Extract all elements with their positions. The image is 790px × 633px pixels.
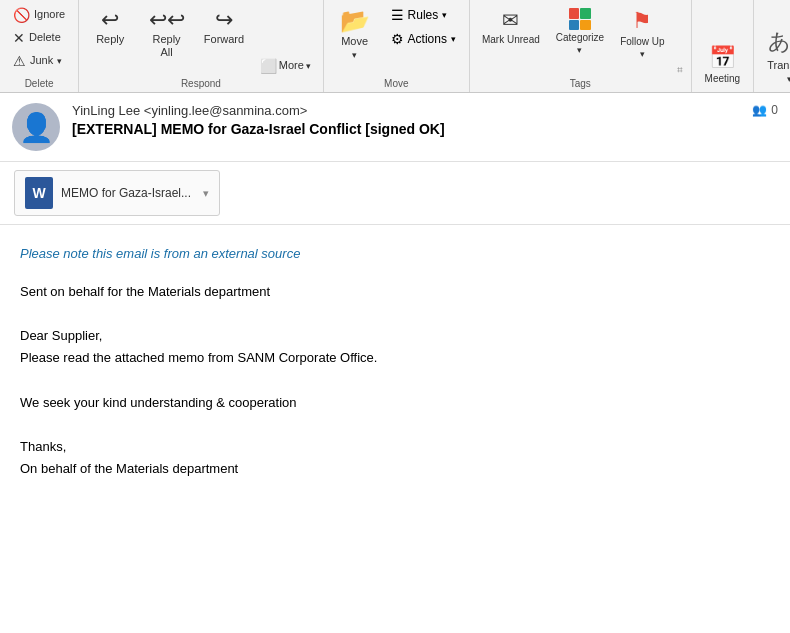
rules-button[interactable]: ☰ Rules ▾	[384, 4, 463, 26]
reply-button[interactable]: ↩ Reply	[85, 4, 135, 51]
rules-dropdown-arrow: ▾	[442, 10, 447, 20]
people-count[interactable]: 👥 0	[752, 103, 778, 117]
respond-group: ↩ Reply ↩↩ Reply All ↪ Forward ⬜ More ▾	[79, 0, 323, 92]
ribbon: 🚫 Ignore ✕ Delete ⚠ Junk ▾ Delete ↩	[0, 0, 790, 93]
follow-up-dropdown-arrow: ▾	[640, 49, 645, 59]
more-dropdown-arrow: ▾	[306, 61, 311, 71]
body-line3: Please read the attached memo from SANM …	[20, 347, 770, 369]
email-from: YinLing Lee <yinling.lee@sanmina.com>	[72, 103, 740, 118]
body-line6: On behalf of the Materials department	[20, 458, 770, 480]
categorize-icon	[569, 8, 591, 30]
reply-icon: ↩	[101, 9, 119, 31]
body-line1: Sent on behalf for the Materials departm…	[20, 281, 770, 303]
email-subject: [EXTERNAL] MEMO for Gaza-Israel Conflict…	[72, 121, 740, 137]
people-icon: 👥	[752, 103, 767, 117]
forward-button[interactable]: ↪ Forward	[198, 4, 250, 51]
categorize-dropdown-arrow: ▾	[577, 45, 582, 55]
delete-group: 🚫 Ignore ✕ Delete ⚠ Junk ▾ Delete	[0, 0, 79, 92]
ignore-icon: 🚫	[13, 8, 30, 22]
tags-group: ✉ Mark Unread Categorize ▾ ⚑ Follow Up	[470, 0, 692, 92]
junk-icon: ⚠	[13, 54, 26, 68]
avatar: 👤	[12, 103, 60, 151]
translate-button[interactable]: あ A Translate ▾	[760, 22, 790, 89]
mark-unread-button[interactable]: ✉ Mark Unread	[476, 4, 546, 49]
translate-icon: あ A	[768, 27, 790, 57]
meeting-icon: 📅	[709, 45, 736, 71]
body-line2: Dear Supplier,	[20, 325, 770, 347]
attachment-item[interactable]: W MEMO for Gaza-Israel... ▾	[14, 170, 220, 216]
email-body: Please note this email is from an extern…	[0, 225, 790, 498]
tags-dialog-launcher[interactable]: ⌗	[675, 62, 685, 78]
reply-all-button[interactable]: ↩↩ Reply All	[139, 4, 194, 64]
move-group: 📂 Move ▾ ☰ Rules ▾ ⚙ Actions ▾	[324, 0, 470, 92]
junk-dropdown-arrow: ▾	[57, 56, 62, 66]
respond-group-label: Respond	[181, 78, 221, 92]
forward-icon: ↪	[215, 9, 233, 31]
translate-group: あ A Translate ▾	[754, 0, 790, 92]
actions-icon: ⚙	[391, 31, 404, 47]
email-meta: YinLing Lee <yinling.lee@sanmina.com> [E…	[72, 103, 740, 137]
attachment-bar: W MEMO for Gaza-Israel... ▾	[0, 162, 790, 225]
junk-button[interactable]: ⚠ Junk ▾	[6, 50, 69, 72]
move-group-label: Move	[384, 78, 408, 92]
attachment-name: MEMO for Gaza-Israel...	[61, 186, 191, 200]
reply-all-icon: ↩↩	[149, 9, 185, 31]
delete-icon: ✕	[13, 31, 25, 45]
meeting-group: 📅 Meeting	[692, 0, 755, 92]
body-line5: Thanks,	[20, 436, 770, 458]
actions-dropdown-arrow: ▾	[451, 34, 456, 44]
actions-button[interactable]: ⚙ Actions ▾	[384, 28, 463, 50]
mark-unread-icon: ✉	[502, 8, 519, 32]
email-header: 👤 YinLing Lee <yinling.lee@sanmina.com> …	[0, 93, 790, 162]
word-icon: W	[25, 177, 53, 209]
categorize-button[interactable]: Categorize ▾	[550, 4, 610, 59]
body-line4: We seek your kind understanding & cooper…	[20, 392, 770, 414]
follow-up-icon: ⚑	[632, 8, 652, 34]
move-button[interactable]: 📂 Move ▾	[330, 4, 380, 65]
meeting-button[interactable]: 📅 Meeting	[698, 40, 748, 89]
attachment-dropdown-arrow[interactable]: ▾	[203, 187, 209, 200]
avatar-icon: 👤	[19, 111, 54, 144]
tags-group-label: Tags	[570, 78, 591, 92]
more-button[interactable]: ⬜ More ▾	[254, 54, 316, 78]
move-icon: 📂	[340, 9, 370, 33]
delete-button[interactable]: ✕ Delete	[6, 27, 68, 49]
move-dropdown-arrow: ▾	[352, 50, 357, 60]
delete-group-label: Delete	[25, 78, 54, 92]
follow-up-button[interactable]: ⚑ Follow Up ▾	[614, 4, 670, 63]
ignore-button[interactable]: 🚫 Ignore	[6, 4, 72, 26]
external-notice: Please note this email is from an extern…	[20, 243, 770, 265]
rules-icon: ☰	[391, 7, 404, 23]
more-icon: ⬜	[260, 59, 277, 73]
